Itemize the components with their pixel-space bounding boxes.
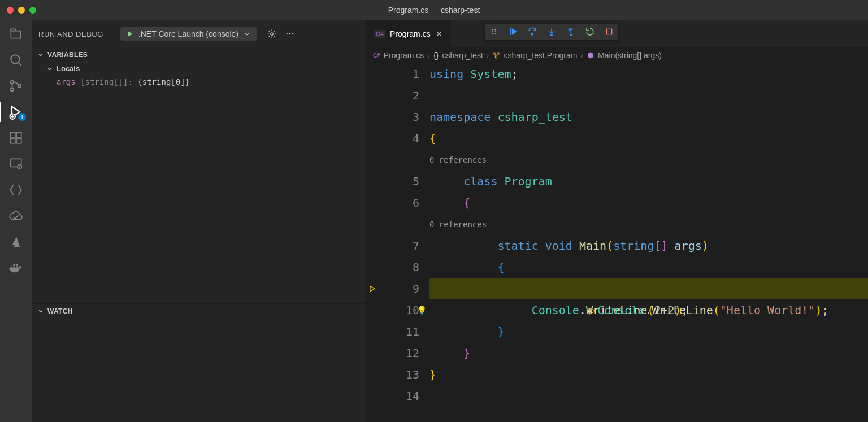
more-icon[interactable] — [285, 29, 295, 39]
launch-config-selector[interactable]: .NET Core Launch (console) — [120, 27, 257, 41]
svg-point-21 — [492, 31, 493, 32]
step-out-button[interactable] — [565, 26, 576, 37]
svg-point-0 — [11, 55, 19, 63]
variables-label: VARIABLES — [47, 51, 88, 59]
docker-icon[interactable] — [8, 260, 24, 276]
svg-point-1 — [11, 81, 14, 84]
svg-point-23 — [494, 29, 496, 31]
sidebar-header: RUN AND DEBUG .NET Core Launch (console) — [32, 20, 366, 47]
code-line[interactable]: namespace csharp_test — [429, 106, 868, 128]
extensions-icon[interactable] — [8, 130, 24, 146]
step-into-button[interactable] — [546, 26, 557, 37]
variable-value: {string[0]} — [137, 77, 190, 86]
svg-rect-26 — [510, 28, 511, 35]
gear-icon[interactable] — [267, 29, 277, 39]
svg-point-3 — [18, 84, 21, 87]
restart-button[interactable] — [584, 26, 596, 37]
scope-locals[interactable]: Locals — [32, 62, 366, 75]
code-line[interactable]: } — [429, 321, 868, 342]
close-icon[interactable] — [435, 30, 443, 38]
variables-section: VARIABLES Locals args [string[]]: {strin… — [32, 47, 366, 303]
breadcrumb-class[interactable]: csharp_test.Program — [504, 51, 577, 60]
code-line[interactable]: { — [429, 256, 868, 278]
maximize-window-button[interactable] — [29, 7, 36, 14]
code-content[interactable]: using System; namespace csharp_test { 0 … — [429, 63, 868, 422]
lightbulb-icon[interactable]: 💡 — [417, 299, 427, 321]
svg-point-29 — [570, 34, 572, 36]
svg-point-16 — [271, 33, 274, 36]
svg-point-20 — [492, 29, 493, 31]
svg-rect-7 — [16, 138, 21, 143]
debug-sidebar: RUN AND DEBUG .NET Core Launch (console) — [32, 20, 366, 422]
svg-rect-15 — [16, 264, 18, 266]
class-icon — [492, 51, 500, 59]
main-layout: 1 RUN AND DEBUG .NET Core La — [0, 20, 868, 422]
code-line[interactable]: class Program — [429, 171, 868, 192]
code-line[interactable]: { — [429, 192, 868, 214]
watch-header[interactable]: WATCH — [32, 304, 366, 319]
codelens[interactable]: 0 references — [429, 214, 868, 235]
start-debug-icon[interactable] — [126, 30, 134, 38]
code-line[interactable]: { — [429, 128, 868, 149]
launch-config-label: .NET Core Launch (console) — [138, 29, 238, 38]
editor-area: C# Program.cs C# Program.cs › {} csharp_… — [366, 20, 868, 422]
breadcrumb-method[interactable]: Main(string[] args) — [598, 51, 662, 60]
chevron-right-icon: › — [427, 51, 430, 60]
cloud-icon[interactable] — [8, 208, 24, 224]
code-line[interactable] — [429, 85, 868, 106]
variables-header[interactable]: VARIABLES — [32, 47, 366, 62]
source-control-icon[interactable] — [8, 78, 24, 94]
svg-point-24 — [494, 31, 496, 32]
azure-icon[interactable] — [8, 234, 24, 250]
method-icon — [587, 51, 594, 59]
explorer-icon[interactable] — [8, 26, 24, 42]
tab-label: Program.cs — [390, 29, 431, 38]
svg-point-28 — [551, 34, 553, 36]
breadcrumb-namespace[interactable]: csharp_test — [442, 51, 483, 60]
svg-point-27 — [532, 33, 533, 35]
stop-button[interactable] — [604, 26, 615, 37]
debug-toolbar[interactable] — [485, 24, 618, 40]
svg-rect-30 — [606, 29, 611, 34]
remote-icon[interactable] — [8, 156, 24, 172]
svg-rect-14 — [13, 264, 15, 266]
watch-label: WATCH — [47, 307, 73, 315]
svg-point-17 — [287, 33, 288, 34]
namespace-icon: {} — [433, 51, 439, 60]
svg-point-2 — [11, 88, 14, 91]
glyph-margin[interactable] — [366, 63, 379, 422]
chevron-right-icon: › — [487, 51, 489, 60]
search-icon[interactable] — [8, 52, 24, 68]
chevron-right-icon: › — [580, 51, 583, 60]
continue-button[interactable] — [507, 26, 519, 37]
step-over-button[interactable] — [527, 26, 538, 37]
svg-point-19 — [292, 33, 293, 34]
run-debug-icon[interactable]: 1 — [8, 104, 24, 120]
chevron-down-icon — [37, 308, 44, 315]
code-line[interactable]: } — [429, 342, 868, 364]
code-line[interactable]: static void Main(string[] args) — [429, 235, 868, 256]
close-window-button[interactable] — [7, 7, 14, 14]
variable-row[interactable]: args [string[]]: {string[0]} — [32, 75, 366, 89]
variable-name: args — [57, 77, 76, 86]
code-line[interactable]: } — [429, 364, 868, 385]
breadcrumb-file[interactable]: Program.cs — [384, 51, 424, 60]
code-line[interactable] — [429, 385, 868, 407]
bracket-icon[interactable] — [8, 182, 24, 198]
line-numbers: 1 2 3 4 5 6 7 8 9 10 11 12 13 14 — [379, 63, 429, 422]
variable-type: [string[]]: — [80, 77, 133, 86]
execution-pointer-icon — [366, 278, 379, 299]
svg-rect-5 — [10, 132, 15, 137]
tab-program-cs[interactable]: C# Program.cs — [366, 20, 452, 47]
minimize-window-button[interactable] — [18, 7, 25, 14]
current-execution-line[interactable]: 💡 ▷Console.WriteLine("Hello World!"); — [429, 278, 868, 299]
codelens[interactable]: 0 references — [429, 149, 868, 171]
breadcrumb[interactable]: C# Program.cs › {} csharp_test › csharp_… — [366, 47, 868, 63]
drag-handle-icon[interactable] — [488, 26, 500, 37]
titlebar: Program.cs — csharp-test — [0, 0, 868, 20]
debug-badge: 1 — [18, 113, 26, 121]
window-controls — [0, 7, 36, 14]
code-editor[interactable]: 1 2 3 4 5 6 7 8 9 10 11 12 13 14 using S… — [366, 63, 868, 422]
scope-label: Locals — [57, 64, 80, 73]
code-line[interactable]: using System; — [429, 63, 868, 85]
